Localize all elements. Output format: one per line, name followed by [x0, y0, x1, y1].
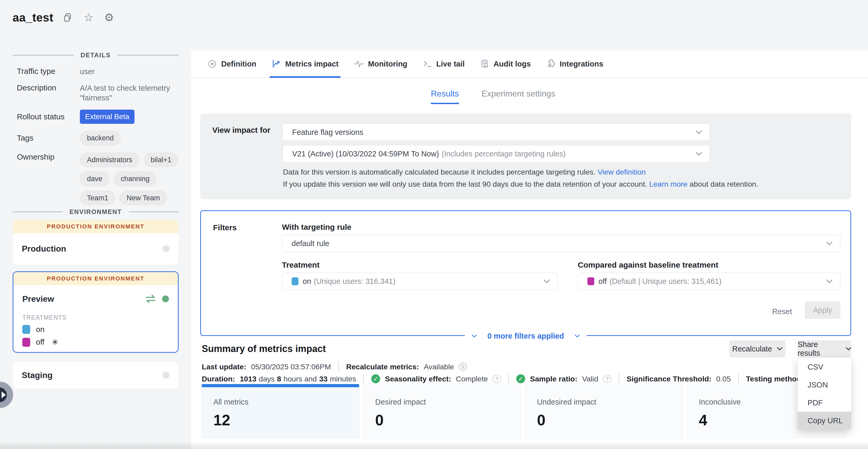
separator [508, 374, 509, 384]
version-help-line-1: Data for this version is automatically c… [283, 168, 646, 176]
environment-card-production[interactable]: PRODUCTION ENVIRONMENT Production [12, 220, 179, 265]
testing-method-label: Testing method: [746, 375, 804, 383]
sample-ratio-label: Sample ratio: [530, 375, 578, 383]
recalculate-metrics-label: Recalculate metrics: [346, 362, 419, 371]
treatment-off-row: off ✳ [13, 334, 178, 347]
chevron-down-icon [846, 347, 851, 351]
metric-card-label: Undesired impact [537, 398, 671, 407]
more-filters-label: 0 more filters applied [487, 332, 564, 340]
recalculate-label: Recalculate [732, 345, 772, 353]
star-icon[interactable]: ☆ [83, 12, 94, 23]
status-dot-gray [163, 372, 169, 379]
tab-monitoring[interactable]: Monitoring [354, 51, 407, 77]
metric-card-all-metrics[interactable]: All metrics 12 [202, 384, 360, 439]
production-environment-banner: PRODUCTION ENVIRONMENT [13, 272, 178, 285]
tab-live-tail[interactable]: Live tail [423, 51, 465, 77]
status-line-2: Duration: 1013days 8hours and 33minutes … [202, 374, 822, 384]
tab-metrics-impact[interactable]: Metrics impact [272, 51, 339, 77]
duration-value: 1013days 8hours and 33minutes [240, 375, 356, 383]
menu-item-csv[interactable]: CSV [798, 358, 851, 376]
ownership-label: Ownership [17, 152, 80, 206]
seasonality-value: Complete [456, 375, 488, 383]
apply-button[interactable]: Apply [805, 301, 840, 319]
default-treatment-asterisk-icon: ✳ [52, 337, 58, 347]
tab-label: Integrations [560, 60, 603, 68]
environment-name: Preview [22, 294, 54, 304]
owner-pill[interactable]: bilal+1 [144, 152, 179, 168]
treatment-select[interactable]: on (Unique users: 316,341) [282, 273, 558, 290]
duration-label: Duration: [202, 375, 235, 383]
baseline-value: off [598, 277, 607, 286]
treatment-off-swatch [22, 338, 30, 347]
owner-pill[interactable]: channing [114, 171, 157, 186]
baseline-treatment-label: Compared against baseline treatment [578, 261, 718, 269]
info-icon[interactable]: i [459, 362, 467, 371]
owner-pill[interactable]: dave [80, 171, 110, 186]
gear-icon[interactable]: ⚙ [103, 12, 115, 23]
last-update-value: 05/30/2025 03:57:06PM [251, 362, 331, 371]
more-filters-toggle[interactable]: 0 more filters applied [465, 330, 587, 342]
tags-label: Tags [17, 133, 80, 143]
description-value: A/A test to check telemetry "fairness" [80, 83, 183, 103]
owner-pill[interactable]: Administrators [80, 152, 140, 168]
help-icon[interactable]: ? [493, 375, 501, 383]
subtab-results[interactable]: Results [431, 89, 459, 104]
metric-card-undesired-impact[interactable]: Undesired impact 0 [525, 384, 683, 439]
bottom-scroll-shadow [0, 441, 868, 449]
share-results-label: Share results [798, 340, 841, 358]
tab-label: Audit logs [494, 60, 531, 68]
menu-item-copy-url[interactable]: Copy URL [798, 412, 851, 429]
tab-audit-logs[interactable]: Audit logs [480, 51, 531, 77]
version-type-select[interactable]: Feature flag versions [282, 124, 710, 141]
tab-label: Live tail [436, 60, 465, 68]
subtabs: Results Experiment settings [431, 89, 555, 104]
treatment-on-swatch [291, 277, 299, 285]
traffic-type-label: Traffic type [17, 67, 80, 77]
version-help-line-2: If you update this version we will only … [283, 180, 758, 188]
significance-threshold-value: 0.05 [716, 375, 731, 383]
active-tab-underline [270, 76, 341, 78]
view-impact-label: View impact for [212, 126, 270, 134]
description-row: Description A/A test to check telemetry … [17, 83, 183, 103]
owner-pill[interactable]: New Team [120, 190, 167, 206]
check-icon: ✓ [371, 375, 380, 383]
owner-pill[interactable]: Team1 [80, 190, 115, 206]
menu-item-json[interactable]: JSON [798, 376, 851, 394]
subtab-experiment-settings[interactable]: Experiment settings [482, 89, 555, 98]
tab-definition[interactable]: Definition [208, 51, 256, 77]
tab-label: Metrics impact [285, 60, 339, 68]
chevron-down-icon [471, 334, 477, 338]
environment-card-staging[interactable]: Staging [12, 362, 179, 389]
recalculate-metrics-value: Available [424, 362, 454, 371]
baseline-treatment-select[interactable]: off (Default | Unique users: 315,461) [578, 273, 840, 290]
chevron-down-icon [695, 130, 702, 134]
learn-more-link[interactable]: Learn more [649, 180, 687, 188]
version-select[interactable]: V21 (Active) (10/03/2022 04:59PM To Now)… [282, 145, 710, 162]
environment-name: Production [22, 244, 66, 254]
chevron-down-icon [826, 241, 833, 245]
recalculate-button[interactable]: Recalculate [729, 340, 785, 358]
view-definition-link[interactable]: View definition [598, 168, 646, 176]
rollout-status-badge[interactable]: External Beta [80, 110, 134, 124]
treatment-on-row: on [13, 321, 178, 334]
copy-icon[interactable] [62, 12, 74, 23]
environment-card-preview[interactable]: PRODUCTION ENVIRONMENT Preview TREATMENT… [12, 271, 179, 353]
share-results-menu: CSV JSON PDF Copy URL [798, 358, 851, 429]
share-results-button[interactable]: Share results [798, 340, 851, 358]
description-label: Description [17, 83, 80, 103]
help-text: about data retention. [690, 180, 758, 188]
help-icon[interactable]: ? [603, 375, 611, 383]
reset-button[interactable]: Reset [766, 304, 798, 320]
details-divider: DETAILS [12, 52, 179, 59]
targeting-rule-label: With targeting rule [282, 223, 351, 232]
menu-item-pdf[interactable]: PDF [798, 394, 851, 412]
targeting-rule-select[interactable]: default rule [282, 235, 840, 252]
chevron-down-icon [543, 279, 550, 283]
tag-pill[interactable]: backend [80, 131, 121, 146]
active-card-topbar [202, 384, 359, 387]
tab-integrations[interactable]: Integrations [546, 51, 603, 77]
metric-card-value: 0 [375, 411, 509, 429]
chevron-down-icon [575, 334, 580, 338]
metric-card-desired-impact[interactable]: Desired impact 0 [363, 384, 521, 439]
metric-card-value: 12 [213, 411, 347, 429]
